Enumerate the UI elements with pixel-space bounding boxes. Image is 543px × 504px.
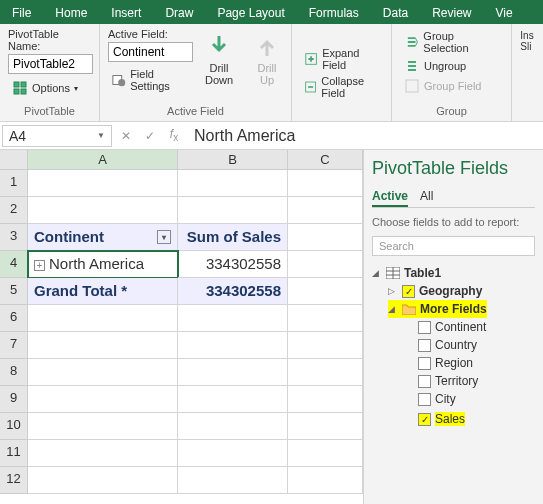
pane-tab-active[interactable]: Active <box>372 187 408 207</box>
row-header[interactable]: 12 <box>0 467 28 494</box>
tree-geography[interactable]: ▷ Geography <box>388 282 535 300</box>
field-sales[interactable]: Sales <box>404 410 465 428</box>
cell-C1[interactable] <box>288 170 363 197</box>
cell-B3[interactable]: Sum of Sales <box>178 224 288 251</box>
options-button[interactable]: Options ▾ <box>8 78 91 98</box>
cell-A11[interactable] <box>28 440 178 467</box>
cell-A9[interactable] <box>28 386 178 413</box>
select-all-corner[interactable] <box>0 150 28 169</box>
accept-formula-button[interactable]: ✓ <box>138 129 162 143</box>
cancel-formula-button[interactable]: ✕ <box>114 129 138 143</box>
formula-input[interactable]: North America <box>186 125 543 147</box>
expand-row-icon[interactable]: + <box>34 260 45 271</box>
checkbox-continent[interactable] <box>418 321 431 334</box>
cell-B5[interactable]: 334302558 <box>178 278 288 305</box>
group-selection-button[interactable]: Group Selection <box>400 28 503 56</box>
fx-button[interactable]: fx <box>162 127 186 143</box>
cell-A5[interactable]: Grand Total * <box>28 278 178 305</box>
tree-toggle-icon[interactable]: ▷ <box>388 286 398 296</box>
field-city[interactable]: City <box>404 390 535 408</box>
tab-file[interactable]: File <box>0 2 43 24</box>
cell-B6[interactable] <box>178 305 288 332</box>
drill-down-button[interactable]: Drill Down <box>197 28 241 105</box>
cell-A3[interactable]: Continent▾ <box>28 224 178 251</box>
cell-A10[interactable] <box>28 413 178 440</box>
collapse-field-button[interactable]: Collapse Field <box>300 73 383 101</box>
cell-A6[interactable] <box>28 305 178 332</box>
row-header[interactable]: 9 <box>0 386 28 413</box>
col-header-a[interactable]: A <box>28 150 178 169</box>
cell-A8[interactable] <box>28 359 178 386</box>
checkbox-geography[interactable] <box>402 285 415 298</box>
checkbox-city[interactable] <box>418 393 431 406</box>
cell-B7[interactable] <box>178 332 288 359</box>
tab-data[interactable]: Data <box>371 2 420 24</box>
cell-C8[interactable] <box>288 359 363 386</box>
cell-B2[interactable] <box>178 197 288 224</box>
spreadsheet-grid[interactable]: A B C 123Continent▾Sum of Sales4+North A… <box>0 150 363 504</box>
cell-A4[interactable]: +North America <box>28 251 178 278</box>
cell-A1[interactable] <box>28 170 178 197</box>
row-header[interactable]: 8 <box>0 359 28 386</box>
active-field-input[interactable] <box>108 42 193 62</box>
tab-insert[interactable]: Insert <box>99 2 153 24</box>
expand-field-button[interactable]: Expand Field <box>300 45 383 73</box>
cell-C7[interactable] <box>288 332 363 359</box>
cell-B4[interactable]: 334302558 <box>178 251 288 278</box>
tab-draw[interactable]: Draw <box>153 2 205 24</box>
tab-view[interactable]: Vie <box>484 2 525 24</box>
row-header[interactable]: 1 <box>0 170 28 197</box>
cell-C9[interactable] <box>288 386 363 413</box>
cell-C6[interactable] <box>288 305 363 332</box>
tab-review[interactable]: Review <box>420 2 483 24</box>
tree-toggle-icon[interactable]: ◢ <box>372 268 382 278</box>
cell-C2[interactable] <box>288 197 363 224</box>
insert-slicer-button[interactable]: Ins Sli <box>520 28 534 54</box>
pivot-name-input[interactable] <box>8 54 93 74</box>
row-header[interactable]: 6 <box>0 305 28 332</box>
cell-B12[interactable] <box>178 467 288 494</box>
checkbox-territory[interactable] <box>418 375 431 388</box>
field-settings-button[interactable]: Field Settings <box>108 66 193 94</box>
field-territory[interactable]: Territory <box>404 372 535 390</box>
field-country[interactable]: Country <box>404 336 535 354</box>
field-region[interactable]: Region <box>404 354 535 372</box>
tab-page-layout[interactable]: Page Layout <box>205 2 296 24</box>
cell-B8[interactable] <box>178 359 288 386</box>
cell-C10[interactable] <box>288 413 363 440</box>
row-header[interactable]: 11 <box>0 440 28 467</box>
cell-B11[interactable] <box>178 440 288 467</box>
cell-A12[interactable] <box>28 467 178 494</box>
tree-table[interactable]: ◢ Table1 <box>372 264 535 282</box>
row-header[interactable]: 3 <box>0 224 28 251</box>
cell-B1[interactable] <box>178 170 288 197</box>
row-header[interactable]: 2 <box>0 197 28 224</box>
col-header-c[interactable]: C <box>288 150 363 169</box>
cell-A7[interactable] <box>28 332 178 359</box>
cell-C5[interactable] <box>288 278 363 305</box>
field-search-input[interactable]: Search <box>372 236 535 256</box>
cell-C4[interactable] <box>288 251 363 278</box>
cell-C12[interactable] <box>288 467 363 494</box>
tab-home[interactable]: Home <box>43 2 99 24</box>
row-header[interactable]: 7 <box>0 332 28 359</box>
checkbox-country[interactable] <box>418 339 431 352</box>
row-header[interactable]: 4 <box>0 251 28 278</box>
name-box[interactable]: A4 ▼ <box>2 125 112 147</box>
checkbox-region[interactable] <box>418 357 431 370</box>
cell-C11[interactable] <box>288 440 363 467</box>
col-header-b[interactable]: B <box>178 150 288 169</box>
cell-C3[interactable] <box>288 224 363 251</box>
checkbox-sales[interactable] <box>418 413 431 426</box>
ungroup-button[interactable]: Ungroup <box>400 56 503 76</box>
tree-more-fields[interactable]: ◢ More Fields <box>388 300 487 318</box>
cell-A2[interactable] <box>28 197 178 224</box>
row-header[interactable]: 5 <box>0 278 28 305</box>
field-continent[interactable]: Continent <box>404 318 535 336</box>
row-header[interactable]: 10 <box>0 413 28 440</box>
tab-formulas[interactable]: Formulas <box>297 2 371 24</box>
pane-tab-all[interactable]: All <box>420 187 433 207</box>
tree-toggle-icon[interactable]: ◢ <box>388 304 398 314</box>
cell-B9[interactable] <box>178 386 288 413</box>
cell-B10[interactable] <box>178 413 288 440</box>
